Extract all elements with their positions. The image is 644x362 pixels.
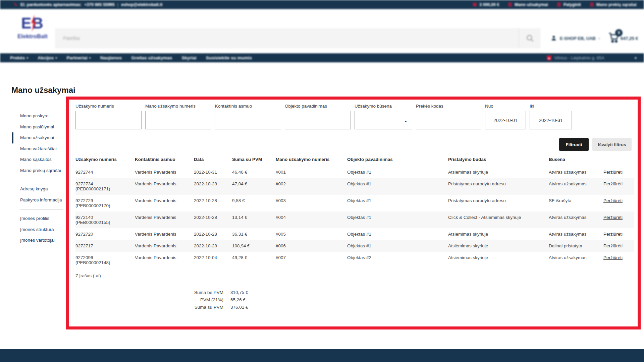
col-sum: Suma su PVM: [232, 157, 276, 162]
search-input[interactable]: [55, 28, 519, 48]
logo[interactable]: EB ElektroBalt: [14, 14, 51, 40]
cell-date: 2022-10-28: [194, 240, 232, 252]
nav-item[interactable]: Partneriai ▾: [66, 55, 91, 60]
nav-item[interactable]: Prekės ▾: [10, 55, 28, 60]
summary-label: Suma su PVM: [75, 304, 223, 311]
filter-product-code: Prekės kodas: [416, 104, 481, 129]
filter-date-to: Iki: [530, 104, 572, 129]
nav-item-label: Skyriai: [182, 55, 197, 60]
order-number-input[interactable]: [75, 111, 142, 129]
view-order-link[interactable]: Peržiūrėti: [603, 198, 623, 203]
order-number: 9272717: [75, 243, 93, 248]
sidebar-item[interactable]: Įmonės profilis: [12, 213, 63, 224]
cell-status: Atviras užsakymas: [549, 178, 603, 190]
sidebar-item[interactable]: Įmonės struktūra: [12, 224, 63, 235]
nav-item[interactable]: Susisiekite su mumis ▾: [206, 55, 252, 60]
col-my-order-number: Mano užsakymo numeris: [276, 157, 347, 162]
filter-order-status: Užsakymo būsena ⌄: [355, 104, 412, 129]
date-from-input[interactable]: [485, 111, 526, 129]
topbar-link[interactable]: Mano prekių sąrašai: [590, 2, 637, 7]
cell-object: Objektas #2: [347, 252, 448, 263]
service-label: El. parduotuvės aptarnavimas:: [20, 2, 82, 7]
nav-item[interactable]: Naujienos ▾: [100, 55, 122, 60]
filter-button[interactable]: Filtruoti: [559, 138, 589, 151]
euro-icon: €: [473, 2, 477, 7]
sidebar-item[interactable]: Įmonės vartotojai: [12, 235, 63, 246]
cart-count-badge: 9: [615, 29, 623, 37]
cell-sum: 13,14 €: [232, 212, 276, 223]
sidebar-item[interactable]: Mano sąskaitos: [12, 154, 63, 165]
sidebar-item[interactable]: Paskyros informacija: [12, 195, 63, 206]
orders-table-header: Užsakymo numeris Kontaktinis asmuo Data …: [75, 157, 634, 166]
cell-date: 2022-10-04: [194, 252, 232, 263]
cell-my-order-number: #005: [276, 228, 347, 240]
topbar-link[interactable]: Palyginti: [557, 2, 581, 7]
my-order-number-input[interactable]: [145, 111, 211, 129]
contact-input[interactable]: [215, 111, 281, 129]
phone-icon: [13, 2, 18, 7]
nav-item[interactable]: Skyriai ▾: [182, 55, 197, 60]
cell-order-number: 9272140 (PEB000002155): [75, 212, 135, 228]
view-order-link[interactable]: Peržiūrėti: [603, 243, 623, 248]
sidebar-item[interactable]: Mano paskyra: [12, 111, 63, 122]
order-status-select[interactable]: ⌄: [355, 111, 412, 129]
object-name-input[interactable]: [285, 111, 351, 129]
clear-filters-button[interactable]: Išvalyti filtrus: [592, 138, 632, 151]
view-order-link[interactable]: Peržiūrėti: [603, 255, 623, 260]
search-button[interactable]: [519, 28, 541, 48]
nav-expand-chevron-icon[interactable]: ▾: [635, 56, 637, 60]
table-row: 9272720 Vardenis Pavardenis 2022-10-28 3…: [75, 228, 634, 240]
orders-table: Užsakymo numeris Kontaktinis asmuo Data …: [75, 157, 634, 268]
sidebar-item[interactable]: Adresų knyga: [12, 184, 63, 195]
header: EB ElektroBalt E-SHOP EB, UAB ›: [0, 9, 644, 53]
order-number: 9272729: [75, 198, 93, 203]
view-order-link[interactable]: Peržiūrėti: [603, 170, 623, 175]
product-code-input[interactable]: [416, 111, 481, 129]
view-order-link[interactable]: Peržiūrėti: [603, 215, 623, 220]
topbar-link[interactable]: Mano užsakymai: [508, 2, 548, 7]
cell-contact: Vardenis Pavardenis: [135, 178, 194, 190]
nav-item[interactable]: Akcijos ▾: [38, 55, 57, 60]
orders-table-body: 9272744 Vardenis Pavardenis 2022-10-31 4…: [75, 166, 634, 268]
chevron-right-icon: ›: [599, 36, 600, 40]
cell-my-order-number: #006: [276, 240, 347, 252]
filter-my-order-number: Mano užsakymo numeris: [145, 104, 211, 129]
summary-label: PVM (21%): [75, 296, 223, 304]
topbar-link-icon: [590, 2, 594, 7]
sidebar-item[interactable]: Mano važtaraščiai: [12, 143, 63, 155]
cell-delivery: Pristatymas nurodytu adresu: [448, 195, 549, 206]
filter-order-number: Užsakymo numeris: [75, 104, 142, 129]
cell-date: 2022-10-28: [194, 212, 232, 223]
sidebar-item[interactable]: Mano užsakymai: [12, 132, 63, 143]
nav-item-label: Akcijos: [38, 55, 54, 60]
col-order-number: Užsakymo numeris: [75, 157, 135, 162]
sidebar-item[interactable]: Mano prekių sąrašai: [12, 165, 63, 176]
service-phone[interactable]: +370 665 55995: [84, 2, 115, 7]
cell-object: Objektas #1: [347, 212, 448, 223]
nav-item[interactable]: Greitas užsakymas ▾: [131, 55, 172, 60]
search-icon: [526, 34, 534, 43]
summary-row: PVM (21%) 65,26 €: [75, 296, 634, 304]
view-order-link[interactable]: Peržiūrėti: [603, 232, 623, 237]
service-email[interactable]: eshop@elektrobalt.lt: [121, 2, 162, 7]
view-order-link[interactable]: Peržiūrėti: [603, 181, 623, 186]
date-to-input[interactable]: [530, 111, 572, 129]
cell-order-number: 9272734 (PEB000002171): [75, 178, 135, 195]
cart-button[interactable]: 9 647,25 €: [608, 32, 638, 43]
cell-status: Dalinai pristatyta: [549, 240, 603, 252]
table-row: 9272140 (PEB000002155) Vardenis Pavarden…: [75, 212, 634, 228]
sidebar-item[interactable]: Mano pasiūlymai: [12, 122, 63, 133]
totals-summary: Suma be PVM 310,75 € PVM (21%) 65,26 € S…: [75, 289, 634, 311]
filter-label: Užsakymo numeris: [75, 104, 142, 109]
filter-label: Mano užsakymo numeris: [145, 104, 211, 109]
filter-label: Užsakymo būsena: [355, 104, 412, 109]
store-selector[interactable]: Vilnius - Liepkalnio g. 85A: [546, 55, 604, 60]
account-menu[interactable]: E-SHOP EB, UAB ›: [551, 35, 600, 41]
order-number: 9272744: [75, 170, 93, 175]
chevron-down-icon: ⌄: [404, 117, 408, 123]
col-delivery: Pristatymo būdas: [448, 157, 549, 162]
table-row: 9272096 (PEB000002148) Vardenis Pavarden…: [75, 252, 634, 268]
filter-label: Objekto pavadinimas: [285, 104, 351, 109]
user-icon: [551, 35, 557, 41]
filter-label: Kontaktinis asmuo: [215, 104, 281, 109]
